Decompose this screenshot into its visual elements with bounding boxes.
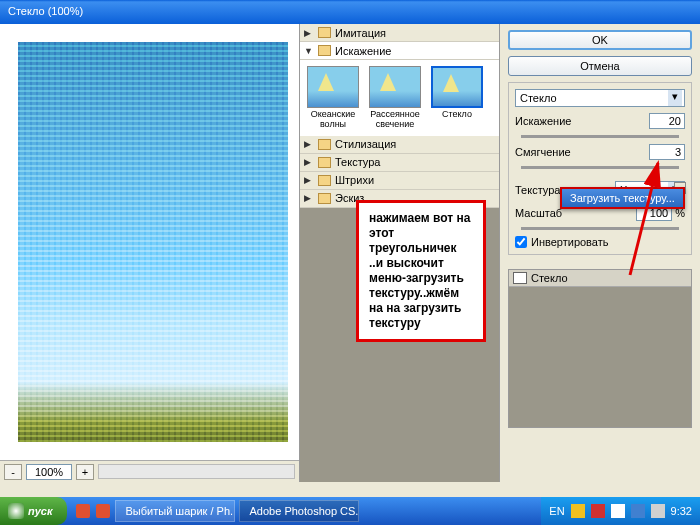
folder-icon [318,157,331,168]
load-texture-menu-item[interactable]: Загрузить текстуру... [560,187,685,209]
param-label: Масштаб [515,207,562,219]
layer-name: Стекло [531,272,568,284]
settings-pane: OK Отмена Стекло Искажение Смягчение Тек… [500,24,700,482]
preview-scrollbar[interactable] [98,464,295,479]
expand-icon: ▶ [304,193,314,203]
expand-icon: ▶ [304,157,314,167]
task-item-photoshop[interactable]: Adobe Photoshop CS... [239,500,359,522]
quicklaunch-icon[interactable] [76,504,90,518]
zoom-value[interactable]: 100% [26,464,72,480]
start-button[interactable]: пуск [0,497,67,525]
folder-icon [318,193,331,204]
eye-icon[interactable] [513,272,527,284]
folder-icon [318,27,331,38]
quicklaunch-icon[interactable] [96,504,110,518]
filter-select-value: Стекло [520,92,557,104]
tutorial-annotation: нажимаем вот на этот треугольничек ..и в… [356,200,486,342]
distort-input[interactable] [649,113,685,129]
zoom-in-button[interactable]: + [76,464,94,480]
layer-row[interactable]: Стекло [509,270,691,287]
tray-icon[interactable] [571,504,585,518]
smooth-input[interactable] [649,144,685,160]
zoom-bar: - 100% + [0,460,299,482]
category-label: Имитация [335,27,386,39]
category-label: Искажение [335,45,391,57]
smooth-slider[interactable] [521,166,679,169]
folder-icon [318,175,331,186]
scale-slider[interactable] [521,227,679,230]
param-label: Искажение [515,115,571,127]
category-distort[interactable]: ▼ Искажение [300,42,499,60]
category-strokes[interactable]: ▶ Штрихи [300,172,499,190]
distort-slider[interactable] [521,135,679,138]
tray-icon[interactable] [631,504,645,518]
taskbar: пуск Выбитый шарик / Ph... Adobe Photosh… [0,497,700,525]
task-label: Adobe Photoshop CS... [250,505,359,517]
effect-layers-panel: Стекло [508,269,692,428]
window-title: Стекло (100%) [8,5,83,17]
cancel-button[interactable]: Отмена [508,56,692,76]
param-distort: Искажение [515,113,685,129]
category-imitation[interactable]: ▶ Имитация [300,24,499,42]
layer-body [509,287,691,427]
preview-pane: - 100% + [0,24,300,482]
lang-indicator[interactable]: EN [549,505,564,517]
expand-icon: ▶ [304,139,314,149]
category-label: Стилизация [335,138,396,150]
thumb-diffuse-glow[interactable]: Рассеянное свечение [366,66,424,130]
param-label: Текстура: [515,184,564,196]
expand-icon: ▶ [304,28,314,38]
folder-icon [318,139,331,150]
thumb-glass[interactable]: Стекло [428,66,486,130]
invert-check-input[interactable] [515,236,527,248]
task-label: Выбитый шарик / Ph... [126,505,235,517]
clock[interactable]: 9:32 [671,505,692,517]
workspace: - 100% + ▶ Имитация ▼ Искажение Океански… [0,24,700,482]
invert-checkbox[interactable]: Инвертировать [515,236,685,248]
filter-thumbnails: Океанские волны Рассеянное свечение Стек… [300,60,499,136]
tray-icon[interactable] [651,504,665,518]
window-titlebar: Стекло (100%) [0,0,700,24]
thumb-ocean-waves[interactable]: Океанские волны [304,66,362,130]
folder-icon [318,45,331,56]
expand-icon: ▶ [304,175,314,185]
filter-select[interactable]: Стекло [515,89,685,107]
collapse-icon: ▼ [304,46,314,56]
start-label: пуск [28,505,53,517]
filter-params-panel: Стекло Искажение Смягчение Текстура: Хол… [508,82,692,255]
param-smooth: Смягчение [515,144,685,160]
system-tray: EN 9:32 [541,497,700,525]
param-label: Смягчение [515,146,571,158]
category-texture[interactable]: ▶ Текстура [300,154,499,172]
task-item-browser[interactable]: Выбитый шарик / Ph... [115,500,235,522]
zoom-out-button[interactable]: - [4,464,22,480]
start-icon [8,503,24,519]
tray-icon[interactable] [591,504,605,518]
category-label: Текстура [335,156,380,168]
tray-icon[interactable] [611,504,625,518]
category-stylize[interactable]: ▶ Стилизация [300,136,499,154]
invert-label: Инвертировать [531,236,608,248]
ok-button[interactable]: OK [508,30,692,50]
category-label: Штрихи [335,174,374,186]
preview-image[interactable] [18,42,288,442]
